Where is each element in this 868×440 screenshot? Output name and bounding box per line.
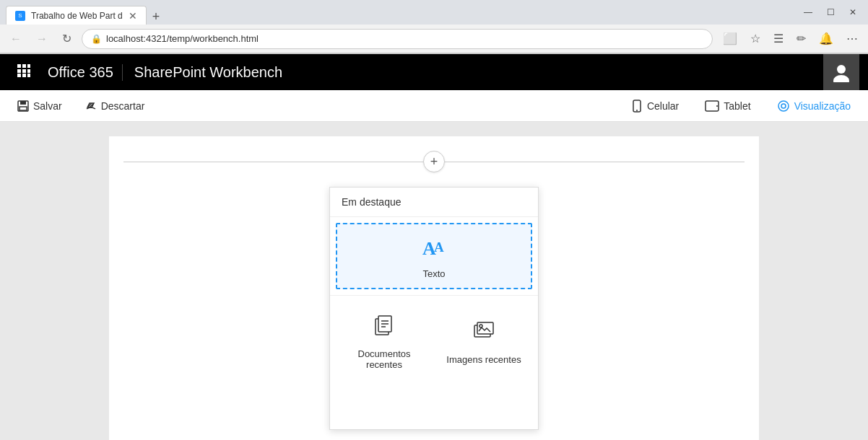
active-tab[interactable]: S Trabalho de Web Part d ✕ bbox=[6, 6, 147, 25]
title-bar: S Trabalho de Web Part d ✕ + — ☐ ✕ bbox=[0, 0, 868, 25]
reader-mode-button[interactable]: ⬜ bbox=[719, 29, 742, 48]
canvas-content: + Em destaque A A Texto bbox=[109, 136, 759, 440]
maximize-button[interactable]: ☐ bbox=[821, 4, 841, 20]
svg-text:A: A bbox=[434, 239, 444, 255]
images-recentes-webpart[interactable]: Imagens recentes bbox=[435, 302, 532, 380]
forward-button[interactable]: → bbox=[32, 30, 52, 48]
svg-rect-1 bbox=[22, 64, 26, 68]
images-label: Imagens recentes bbox=[446, 354, 521, 365]
add-webpart-button[interactable]: + bbox=[423, 151, 445, 172]
add-button-line: + bbox=[123, 151, 745, 172]
back-button[interactable]: ← bbox=[6, 30, 26, 48]
svg-point-19 bbox=[781, 104, 786, 108]
address-text: localhost:4321/temp/workbench.html bbox=[106, 33, 703, 44]
favorites-button[interactable]: ☆ bbox=[746, 29, 765, 48]
svg-point-17 bbox=[716, 105, 718, 107]
svg-point-18 bbox=[778, 101, 789, 111]
tab-area: S Trabalho de Web Part d ✕ + bbox=[6, 0, 792, 25]
svg-rect-7 bbox=[22, 74, 26, 77]
browser-chrome: S Trabalho de Web Part d ✕ + — ☐ ✕ ← → ↻… bbox=[0, 0, 868, 54]
mobile-label: Celular bbox=[647, 100, 679, 112]
waffle-button[interactable] bbox=[9, 58, 39, 87]
picker-bottom-space bbox=[330, 386, 538, 429]
docs-recentes-webpart[interactable]: Documentos recentes bbox=[336, 302, 433, 380]
text-icon: A A bbox=[421, 236, 447, 263]
window-controls: — ☐ ✕ bbox=[798, 4, 862, 20]
lock-icon: 🔒 bbox=[91, 34, 102, 44]
workbench-toolbar: Salvar Descartar Celular Tablet bbox=[0, 90, 868, 122]
preview-button[interactable]: Visualização bbox=[771, 97, 856, 115]
images-icon bbox=[472, 320, 495, 348]
picker-grid: Documentos recentes Imagens recentes bbox=[330, 296, 538, 386]
discard-label: Descartar bbox=[101, 100, 145, 112]
browser-toolbar-icons: ⬜ ☆ ☰ ✏ 🔔 ⋯ bbox=[719, 29, 862, 48]
hub-button[interactable]: ☰ bbox=[769, 29, 788, 48]
minimize-button[interactable]: — bbox=[798, 4, 818, 20]
tab-close-button[interactable]: ✕ bbox=[129, 10, 137, 22]
svg-point-10 bbox=[833, 75, 849, 82]
docs-icon bbox=[373, 314, 396, 343]
docs-label: Documentos recentes bbox=[343, 348, 425, 370]
svg-rect-13 bbox=[19, 107, 27, 110]
more-button[interactable]: ⋯ bbox=[842, 29, 862, 48]
svg-rect-2 bbox=[27, 64, 30, 68]
browser-toolbar: ← → ↻ 🔒 localhost:4321/temp/workbench.ht… bbox=[0, 25, 868, 53]
app-bar: Office 365 SharePoint Workbench bbox=[0, 54, 868, 90]
svg-rect-3 bbox=[17, 69, 21, 73]
web-notes-button[interactable]: ✏ bbox=[792, 29, 810, 48]
office365-label: Office 365 bbox=[39, 64, 123, 81]
preview-label: Visualização bbox=[794, 100, 851, 112]
svg-rect-6 bbox=[17, 74, 21, 77]
tab-title: Trabalho de Web Part d bbox=[31, 11, 123, 21]
mobile-view-button[interactable]: Celular bbox=[625, 97, 685, 115]
user-avatar[interactable] bbox=[823, 54, 859, 90]
svg-point-15 bbox=[636, 110, 638, 111]
tablet-view-button[interactable]: Tablet bbox=[699, 97, 756, 115]
tab-favicon: S bbox=[15, 11, 25, 21]
picker-featured-section: A A Texto bbox=[330, 217, 538, 295]
featured-text-webpart[interactable]: A A Texto bbox=[336, 223, 532, 289]
svg-rect-8 bbox=[27, 74, 30, 77]
picker-header: Em destaque bbox=[330, 188, 538, 217]
discard-icon bbox=[85, 100, 97, 112]
save-icon bbox=[17, 100, 29, 112]
save-button[interactable]: Salvar bbox=[12, 97, 68, 115]
canvas-area: + Em destaque A A Texto bbox=[0, 122, 868, 440]
tablet-label: Tablet bbox=[724, 100, 750, 112]
svg-rect-28 bbox=[477, 322, 493, 334]
toolbar-right: Celular Tablet Visualização bbox=[625, 97, 856, 115]
svg-rect-4 bbox=[22, 69, 26, 73]
new-tab-button[interactable]: + bbox=[147, 9, 166, 25]
discard-button[interactable]: Descartar bbox=[79, 97, 151, 115]
svg-rect-0 bbox=[17, 64, 21, 68]
refresh-button[interactable]: ↻ bbox=[58, 29, 76, 48]
tablet-icon bbox=[705, 100, 719, 112]
preview-icon bbox=[777, 100, 790, 113]
svg-point-9 bbox=[837, 65, 846, 74]
address-bar[interactable]: 🔒 localhost:4321/temp/workbench.html bbox=[82, 29, 713, 49]
svg-rect-5 bbox=[27, 69, 30, 73]
close-button[interactable]: ✕ bbox=[843, 4, 862, 20]
save-label: Salvar bbox=[33, 100, 62, 112]
account-button[interactable]: 🔔 bbox=[815, 29, 838, 48]
workbench-title: SharePoint Workbench bbox=[123, 64, 823, 81]
svg-rect-12 bbox=[20, 101, 26, 105]
text-label: Texto bbox=[422, 268, 445, 279]
webpart-picker: Em destaque A A Texto bbox=[329, 187, 539, 430]
mobile-icon bbox=[631, 100, 643, 113]
